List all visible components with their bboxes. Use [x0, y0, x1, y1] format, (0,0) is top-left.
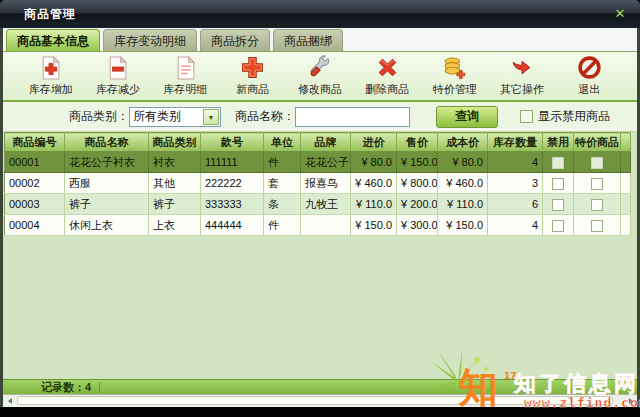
table-cell: 西服 [65, 173, 149, 194]
row-special-price-checkbox[interactable] [591, 178, 603, 190]
table-cell: 衬衣 [149, 152, 201, 173]
stock-increase-button[interactable]: 库存增加 [20, 55, 82, 97]
horizontal-scrollbar[interactable] [3, 394, 637, 407]
show-disabled-checkbox[interactable] [520, 110, 533, 123]
table-row[interactable]: 00002西服其他222222套报喜鸟¥ 460.0¥ 800.0¥ 460.0… [5, 173, 631, 194]
table-cell: 4 [488, 152, 543, 173]
tab-product-split[interactable]: 商品拆分 [200, 29, 270, 51]
category-select[interactable]: 所有类别 ▼ [129, 107, 221, 127]
col-header-filler [621, 133, 631, 152]
table-cell [574, 194, 621, 215]
edit-product-button[interactable]: 修改商品 [289, 55, 351, 97]
table-cell: 件 [264, 215, 301, 236]
bottom-edge [0, 407, 640, 417]
col-header-special-price[interactable]: 特价商品 [574, 133, 621, 152]
col-header-product-name[interactable]: 商品名称 [65, 133, 149, 152]
stock-decrease-icon [105, 55, 130, 80]
table-cell [543, 152, 574, 173]
category-selected-value: 所有类别 [130, 108, 181, 125]
grid-area: 商品编号 商品名称 商品类别 款号 单位 品牌 进价 售价 成本价 库存数量 禁… [3, 132, 637, 379]
delete-product-button[interactable]: 删除商品 [356, 55, 418, 97]
table-cell [543, 215, 574, 236]
table-cell: 00002 [5, 173, 65, 194]
scroll-left-icon[interactable] [3, 395, 16, 407]
scroll-right-icon[interactable] [624, 395, 637, 407]
filter-bar: 商品类别： 所有类别 ▼ 商品名称： 查询 显示禁用商品 [3, 102, 637, 132]
col-header-unit[interactable]: 单位 [264, 133, 301, 152]
row-disabled-checkbox[interactable] [552, 199, 564, 211]
table-cell: ¥ 460.0 [438, 173, 488, 194]
table-cell-filler [621, 215, 631, 236]
table-row[interactable]: 00004休闲上衣上衣444444件¥ 150.0¥ 300.0¥ 150.04 [5, 215, 631, 236]
table-cell: 裤子 [65, 194, 149, 215]
tool-label: 修改商品 [298, 82, 342, 97]
table-cell: 件 [264, 152, 301, 173]
scrollbar-thumb[interactable] [17, 396, 613, 405]
product-name-input[interactable] [295, 107, 410, 127]
exit-icon [577, 55, 602, 80]
table-cell [574, 152, 621, 173]
exit-button[interactable]: 退出 [558, 55, 620, 97]
table-cell: 报喜鸟 [301, 173, 351, 194]
table-row[interactable]: 00003裤子裤子333333条九牧王¥ 110.0¥ 200.0¥ 110.0… [5, 194, 631, 215]
product-name-label: 商品名称： [235, 108, 295, 125]
search-button[interactable]: 查询 [436, 106, 498, 128]
stock-decrease-button[interactable]: 库存减少 [87, 55, 149, 97]
col-header-sale-price[interactable]: 售价 [397, 133, 438, 152]
close-icon[interactable]: ✕ [612, 6, 628, 22]
table-cell: 4 [488, 215, 543, 236]
col-header-cost-price[interactable]: 成本价 [438, 133, 488, 152]
toolbar: 库存增加 库存减少 库存明细 新商品 [3, 52, 637, 102]
table-cell: 333333 [201, 194, 264, 215]
row-special-price-checkbox[interactable] [591, 157, 603, 169]
table-cell: ¥ 80.0 [438, 152, 488, 173]
col-header-brand[interactable]: 品牌 [301, 133, 351, 152]
table-cell: 裤子 [149, 194, 201, 215]
other-actions-icon [509, 55, 534, 80]
tab-product-bundle[interactable]: 商品捆绑 [273, 29, 343, 51]
show-disabled-label: 显示禁用商品 [538, 108, 610, 125]
chevron-down-icon[interactable]: ▼ [203, 109, 219, 125]
tab-basic-info[interactable]: 商品基本信息 [6, 29, 100, 51]
table-row[interactable]: 00001花花公子衬衣衬衣111111件花花公子¥ 80.0¥ 150.0¥ 8… [5, 152, 631, 173]
col-header-category[interactable]: 商品类别 [149, 133, 201, 152]
status-bar: 记录数：4 [3, 379, 637, 394]
table-cell: ¥ 110.0 [351, 194, 397, 215]
table-cell: 222222 [201, 173, 264, 194]
edit-product-icon [307, 55, 332, 80]
table-header-row: 商品编号 商品名称 商品类别 款号 单位 品牌 进价 售价 成本价 库存数量 禁… [5, 133, 631, 152]
table-cell-filler [621, 173, 631, 194]
table-cell: ¥ 800.0 [397, 173, 438, 194]
special-price-button[interactable]: 特价管理 [424, 55, 486, 97]
grid-body: 00001花花公子衬衣衬衣111111件花花公子¥ 80.0¥ 150.0¥ 8… [5, 152, 631, 236]
row-disabled-checkbox[interactable] [552, 157, 564, 169]
app-window: 商品管理 ✕ 商品基本信息 库存变动明细 商品拆分 商品捆绑 库存增加 库存减少 [0, 0, 640, 417]
table-cell: 条 [264, 194, 301, 215]
tab-stock-changes[interactable]: 库存变动明细 [103, 29, 197, 51]
col-header-product-id[interactable]: 商品编号 [5, 133, 65, 152]
table-cell: 00003 [5, 194, 65, 215]
status-separator [99, 382, 100, 393]
window-frame: 商品基本信息 库存变动明细 商品拆分 商品捆绑 库存增加 库存减少 [0, 28, 640, 407]
col-header-stock-qty[interactable]: 库存数量 [488, 133, 543, 152]
table-cell: ¥ 300.0 [397, 215, 438, 236]
other-actions-button[interactable]: 其它操作 [491, 55, 553, 97]
table-cell [574, 215, 621, 236]
col-header-disabled[interactable]: 禁用 [543, 133, 574, 152]
title-bar[interactable]: 商品管理 ✕ [0, 0, 640, 28]
col-header-style-no[interactable]: 款号 [201, 133, 264, 152]
row-special-price-checkbox[interactable] [591, 220, 603, 232]
new-product-icon [240, 55, 265, 80]
scrollbar-track[interactable] [16, 395, 624, 407]
stock-detail-button[interactable]: 库存明细 [154, 55, 216, 97]
row-special-price-checkbox[interactable] [591, 199, 603, 211]
new-product-button[interactable]: 新商品 [222, 55, 284, 97]
table-cell: ¥ 200.0 [397, 194, 438, 215]
record-count: 记录数：4 [3, 380, 91, 395]
table-cell: 111111 [201, 152, 264, 173]
row-disabled-checkbox[interactable] [552, 178, 564, 190]
table-cell: 3 [488, 173, 543, 194]
table-cell: ¥ 150.0 [397, 152, 438, 173]
col-header-purchase-price[interactable]: 进价 [351, 133, 397, 152]
row-disabled-checkbox[interactable] [552, 220, 564, 232]
